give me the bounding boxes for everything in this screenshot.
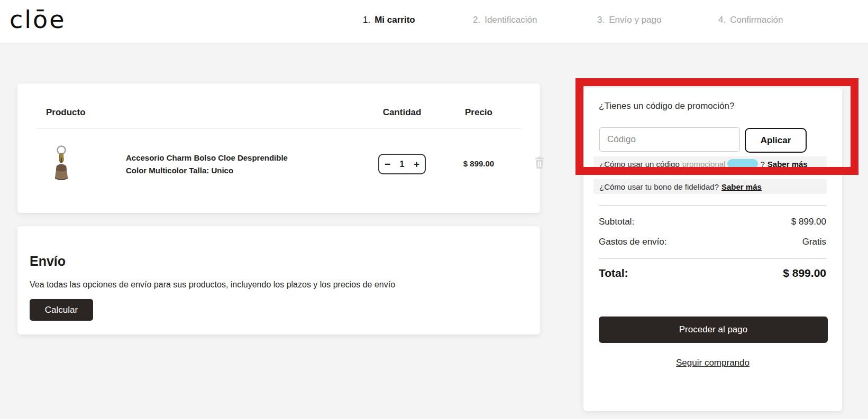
quantity-decrease-button[interactable]: − xyxy=(385,159,390,169)
cart-page: clōe 1.Mi carrito 2.Identificación 3.Env… xyxy=(0,0,868,419)
total-label: Total: xyxy=(599,267,628,280)
loyalty-saber-mas-link[interactable]: Saber más xyxy=(721,182,762,191)
header: clōe 1.Mi carrito 2.Identificación 3.Env… xyxy=(0,0,868,44)
promo-help-muted-word: promocional xyxy=(682,160,726,169)
product-title-line1: Accesorio Charm Bolso Cloe Desprendible xyxy=(126,152,288,164)
promo-code-input[interactable] xyxy=(599,127,740,152)
checkout-step-identificacion: 2.Identificación xyxy=(473,15,537,25)
promo-help-row: ¿Cómo usar un código promocional ? Saber… xyxy=(593,156,827,171)
checkout-step-envio-y-pago: 3.Envío y pago xyxy=(597,15,661,25)
continue-shopping-link[interactable]: Seguir comprando xyxy=(676,358,750,368)
promo-help-text: ¿Cómo usar un código xyxy=(599,160,680,169)
apply-promo-button[interactable]: Aplicar xyxy=(745,128,807,153)
product-title-line2: Color Multicolor Talla: Unico xyxy=(126,164,288,177)
shipping-card: Envío Vea todas las opciones de envío pa… xyxy=(17,226,540,334)
subtotal-label: Subtotal: xyxy=(599,217,634,227)
calculate-shipping-button[interactable]: Calcular xyxy=(30,299,93,321)
shipping-cost-row: Gastos de envío: Gratis xyxy=(599,237,826,247)
subtotal-value: $ 899.00 xyxy=(791,217,826,227)
remove-item-trash-icon[interactable] xyxy=(534,156,545,169)
product-thumbnail-charm[interactable] xyxy=(50,145,72,182)
proceed-to-payment-button[interactable]: Proceder al pago xyxy=(599,316,828,343)
promo-code-question: ¿Tienes un código de promoción? xyxy=(599,101,734,111)
cart-card: Producto Cantidad Precio Accesorio Charm… xyxy=(17,83,540,213)
continue-shopping: Seguir comprando xyxy=(583,358,842,368)
loyalty-help-row: ¿Cómo usar tu bono de fidelidad? Saber m… xyxy=(593,179,827,194)
promo-help-question-mark: ? xyxy=(760,160,764,169)
column-header-quantity: Cantidad xyxy=(381,107,423,118)
column-header-product: Producto xyxy=(46,107,86,118)
table-divider xyxy=(36,128,522,129)
quantity-value: 1 xyxy=(400,160,405,169)
quantity-increase-button[interactable]: + xyxy=(414,159,419,169)
highlight-chip xyxy=(727,159,758,169)
brand-logo[interactable]: clōe xyxy=(10,5,66,34)
step-number: 2. xyxy=(473,15,480,25)
step-number: 3. xyxy=(597,15,605,25)
product-price: $ 899.00 xyxy=(447,159,510,168)
subtotal-row: Subtotal: $ 899.00 xyxy=(599,217,826,227)
step-label: Envío y pago xyxy=(609,15,661,25)
checkout-step-mi-carrito[interactable]: 1.Mi carrito xyxy=(363,15,415,25)
step-label: Identificación xyxy=(485,15,537,25)
column-header-price: Precio xyxy=(458,107,500,118)
order-summary-card: ¿Tienes un código de promoción? Aplicar … xyxy=(583,88,842,411)
quantity-stepper[interactable]: − 1 + xyxy=(378,154,426,174)
shipping-cost-label: Gastos de envío: xyxy=(599,237,667,247)
summary-divider xyxy=(599,205,826,206)
shipping-description: Vea todas las opciones de envío para sus… xyxy=(30,280,395,290)
total-value: $ 899.00 xyxy=(783,267,826,280)
total-divider xyxy=(599,258,826,258)
shipping-title: Envío xyxy=(30,254,66,269)
step-number: 4. xyxy=(718,15,726,25)
shipping-cost-value: Gratis xyxy=(802,237,826,247)
loyalty-help-text: ¿Cómo usar tu bono de fidelidad? xyxy=(599,182,719,191)
product-title[interactable]: Accesorio Charm Bolso Cloe Desprendible … xyxy=(126,152,288,177)
step-label: Confirmación xyxy=(730,15,783,25)
step-number: 1. xyxy=(363,15,370,25)
promo-help-saber-mas-link[interactable]: Saber más xyxy=(768,160,808,169)
step-label: Mi carrito xyxy=(374,15,415,25)
total-row: Total: $ 899.00 xyxy=(599,267,826,280)
checkout-step-confirmacion: 4.Confirmación xyxy=(718,15,783,25)
